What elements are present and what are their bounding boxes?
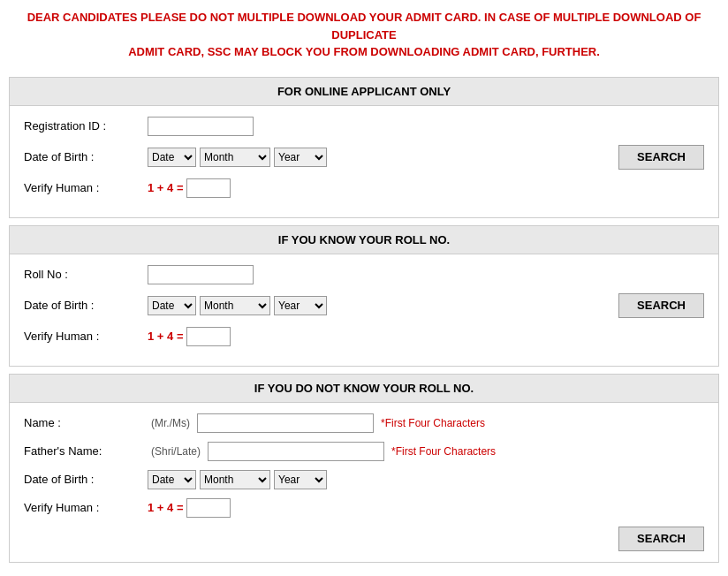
name-label: Name :: [24, 416, 148, 429]
dob-label-2: Date of Birth :: [24, 299, 148, 312]
father-name-label: Father's Name:: [24, 444, 148, 458]
rollno-label: Roll No :: [24, 268, 148, 281]
date-select-1[interactable]: Date123456789101112131415161718192021222…: [148, 148, 196, 167]
search-button-3[interactable]: SEARCH: [618, 527, 704, 551]
section-online-applicant: FOR ONLINE APPLICANT ONLY Registration I…: [9, 77, 719, 218]
section2-header: IF YOU KNOW YOUR ROLL NO.: [10, 226, 718, 254]
dob-label-1: Date of Birth :: [24, 150, 148, 163]
verify-input-2[interactable]: [186, 327, 231, 346]
name-hint: *First Four Characters: [381, 417, 485, 429]
verify-input-1[interactable]: [186, 178, 231, 198]
dob-label-3: Date of Birth :: [24, 473, 148, 486]
date-select-2[interactable]: Date123456789101112131415161718192021222…: [148, 296, 196, 315]
section3-header: IF YOU DO NOT KNOW YOUR ROLL NO.: [10, 375, 718, 403]
year-select-1[interactable]: Year198019811982198319841985198619871988…: [274, 148, 327, 167]
name-row: Name : (Mr./Ms) *First Four Characters: [24, 413, 704, 433]
verify-label-2: Verify Human :: [24, 330, 148, 343]
verify-row-3: Verify Human : 1 + 4 =: [24, 498, 704, 518]
verify-label-3: Verify Human :: [24, 501, 148, 514]
section-no-roll: IF YOU DO NOT KNOW YOUR ROLL NO. Name : …: [9, 374, 719, 563]
name-input[interactable]: [197, 413, 374, 433]
registration-id-label: Registration ID :: [24, 119, 148, 133]
registration-id-row: Registration ID :: [24, 117, 704, 136]
verify-input-3[interactable]: [186, 498, 231, 518]
verify-equation-3: 1 + 4 =: [148, 501, 183, 514]
warning-line2: ADMIT CARD, SSC MAY BLOCK YOU FROM DOWNL…: [18, 43, 710, 61]
dob-row-3: Date of Birth : Date12345678910111213141…: [24, 470, 704, 489]
father-name-input[interactable]: [208, 442, 384, 461]
father-prefix: (Shri/Late): [151, 445, 201, 458]
month-select-3[interactable]: MonthJanuaryFebruaryMarchAprilMayJuneJul…: [200, 470, 270, 489]
roll-no-input[interactable]: [148, 265, 254, 284]
father-hint: *First Four Characters: [391, 445, 496, 458]
rollno-row: Roll No :: [24, 265, 704, 284]
year-select-3[interactable]: Year198019811982198319841985198619871988…: [274, 470, 327, 489]
warning-banner: DEAR CANDIDATES PLEASE DO NOT MULTIPLE D…: [0, 0, 728, 70]
verify-equation-2: 1 + 4 =: [148, 330, 183, 343]
verify-row-2: Verify Human : 1 + 4 =: [24, 327, 704, 346]
warning-line1: DEAR CANDIDATES PLEASE DO NOT MULTIPLE D…: [18, 9, 710, 43]
dob-row-1: Date of Birth : Date12345678910111213141…: [24, 145, 704, 170]
registration-id-input[interactable]: [148, 117, 254, 136]
dob-row-2: Date of Birth : Date12345678910111213141…: [24, 293, 704, 318]
father-name-row: Father's Name: (Shri/Late) *First Four C…: [24, 442, 704, 461]
name-prefix: (Mr./Ms): [151, 417, 190, 429]
verify-equation-1: 1 + 4 =: [148, 181, 183, 194]
year-select-2[interactable]: Year198019811982198319841985198619871988…: [274, 296, 327, 315]
verify-row-1: Verify Human : 1 + 4 =: [24, 178, 704, 198]
section1-header: FOR ONLINE APPLICANT ONLY: [10, 78, 718, 106]
month-select-2[interactable]: MonthJanuaryFebruaryMarchAprilMayJuneJul…: [200, 296, 270, 315]
date-select-3[interactable]: Date123456789101112131415161718192021222…: [148, 470, 196, 489]
search-button-2[interactable]: SEARCH: [618, 293, 704, 318]
month-select-1[interactable]: MonthJanuaryFebruaryMarchAprilMayJuneJul…: [200, 148, 270, 167]
section-roll-no: IF YOU KNOW YOUR ROLL NO. Roll No : Date…: [9, 225, 719, 367]
verify-label-1: Verify Human :: [24, 181, 148, 194]
search-button-1[interactable]: SEARCH: [618, 145, 704, 170]
